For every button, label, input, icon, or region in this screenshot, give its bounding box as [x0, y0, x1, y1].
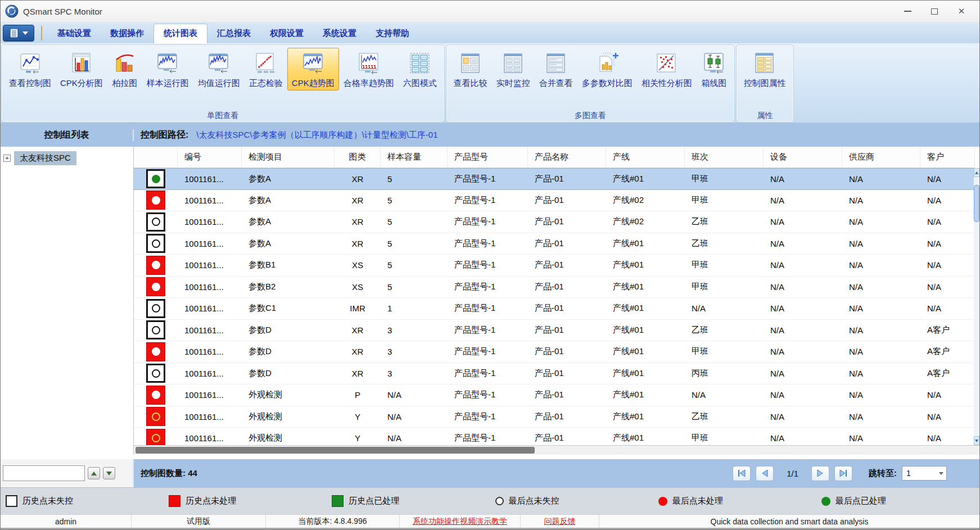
cell-chart-type: XR [335, 190, 381, 211]
cell-product-name: 产品-01 [528, 255, 606, 276]
status-dot-icon [152, 391, 160, 399]
video-tutorial-link[interactable]: 系统功能操作视频演示教学 [413, 517, 507, 527]
table-row[interactable]: 1001161... 参数C1 IMR 1 产品型号-1 产品-01 产线#01… [134, 298, 975, 320]
cell-product-model: 产品型号-1 [448, 233, 528, 255]
cell-sample-size: 5 [381, 169, 448, 189]
normality-icon [253, 51, 279, 76]
tool-cpk-trend-chart[interactable]: CPK趋势图 [287, 48, 339, 90]
tool-merge-view[interactable]: 合并查看 [535, 48, 577, 90]
menu-tab[interactable]: 权限设置 [260, 24, 313, 43]
menu-tab[interactable]: 基础设置 [48, 24, 101, 43]
compare-icon [458, 51, 484, 76]
tool-realtime-monitor[interactable]: 实时监控 [492, 48, 535, 90]
tool-normality-test[interactable]: 正态检验 [245, 48, 287, 90]
col-equipment[interactable]: 设备 [764, 147, 842, 167]
col-supplier[interactable]: 供应商 [842, 147, 920, 167]
chart-path-value[interactable]: \太友科技SPC\参考案例（以工序顺序构建）\计量型检测\工序-01 [196, 130, 437, 141]
close-button[interactable]: ✕ [948, 3, 975, 20]
next-page-button[interactable] [811, 466, 829, 481]
cell-sample-size: N/A [381, 428, 448, 445]
table-row[interactable]: 1001161... 外观检测 P N/A 产品型号-1 产品-01 产线#01… [134, 384, 975, 406]
table-row[interactable]: 1001161... 外观检测 Y N/A 产品型号-1 产品-01 产线#01… [134, 428, 975, 445]
table-row[interactable]: 1001161... 参数D XR 3 产品型号-1 产品-01 产线#01 丙… [134, 363, 975, 385]
col-number[interactable]: 编号 [178, 147, 242, 167]
col-sample-size[interactable]: 样本容量 [381, 147, 448, 167]
col-customer[interactable]: 客户 [920, 147, 975, 167]
main-menu-button[interactable] [3, 25, 34, 42]
menu-tab-bar: 基础设置 数据操作 统计图表 汇总报表 权限设置 系统设置 支持帮助 [1, 22, 979, 43]
prev-page-button[interactable] [756, 466, 774, 481]
status-icon [146, 386, 165, 405]
feedback-link[interactable]: 问题反馈 [544, 517, 576, 527]
col-product-model[interactable]: 产品型号 [448, 147, 528, 167]
table-row[interactable]: 1001161... 参数D XR 3 产品型号-1 产品-01 产线#01 乙… [134, 320, 975, 342]
menu-tab[interactable]: 汇总报表 [207, 24, 260, 43]
first-page-button[interactable] [733, 466, 751, 481]
pass-rate-icon [356, 51, 382, 76]
tool-correlation-analysis[interactable]: 相关性分析图 [637, 48, 697, 90]
search-up-button[interactable] [88, 467, 100, 479]
tool-pass-rate-trend-chart[interactable]: 合格率趋势图 [339, 48, 399, 90]
table-row[interactable]: 1001161... 参数B2 XS 5 产品型号-1 产品-01 产线#01 … [134, 277, 975, 298]
legend-marker-icon [658, 497, 667, 506]
col-product-name[interactable]: 产品名称 [528, 147, 606, 167]
cell-product-model: 产品型号-1 [448, 211, 528, 233]
menu-tab[interactable]: 支持帮助 [366, 24, 419, 43]
vertical-scrollbar[interactable] [974, 168, 979, 445]
tool-sample-run-chart[interactable]: 样本运行图 [142, 48, 193, 90]
last-page-button[interactable] [834, 466, 852, 481]
scroll-down-button[interactable] [974, 436, 979, 445]
search-down-button[interactable] [103, 467, 115, 479]
tool-cpk-analysis[interactable]: CPK分析图 [56, 48, 107, 90]
table-row[interactable]: 1001161... 参数A XR 5 产品型号-1 产品-01 产线#01 乙… [134, 233, 975, 255]
scroll-up-button[interactable] [974, 168, 979, 177]
table-row[interactable]: 1001161... 参数D XR 3 产品型号-1 产品-01 产线#01 甲… [134, 341, 975, 363]
cell-product-name: 产品-01 [528, 363, 606, 384]
tree-expander-icon[interactable]: + [3, 155, 11, 162]
legend-marker-icon [495, 497, 504, 505]
tree-node-label[interactable]: 太友科技SPC [14, 151, 76, 165]
table-row[interactable]: 1001161... 参数A XR 5 产品型号-1 产品-01 产线#01 甲… [134, 168, 975, 190]
tool-boxplot[interactable]: 箱线图 [697, 48, 731, 90]
vertical-scroll-thumb[interactable] [974, 185, 979, 222]
tool-multi-param-compare[interactable]: 多参数对比图 [577, 48, 637, 90]
tool-six-chart-mode[interactable]: 六图模式 [399, 48, 441, 90]
tool-view-compare[interactable]: 查看比较 [449, 48, 492, 90]
ribbon-toolbar: 查看控制图 CPK分析图 柏拉图 [1, 43, 979, 123]
tool-chart-properties[interactable]: 控制图属性 [739, 48, 791, 90]
col-chart-type[interactable]: 图类 [335, 147, 381, 167]
status-edition: 试用版 [132, 515, 266, 528]
maximize-button[interactable] [921, 3, 948, 20]
tree-search-input[interactable] [3, 465, 85, 481]
horizontal-scroll-thumb[interactable] [136, 447, 535, 454]
pareto-icon [112, 51, 138, 76]
status-dot-icon [152, 283, 160, 291]
tool-view-control-chart[interactable]: 查看控制图 [4, 48, 56, 90]
tree-node-root[interactable]: + 太友科技SPC [3, 151, 133, 165]
table-row[interactable]: 1001161... 参数A XR 5 产品型号-1 产品-01 产线#02 乙… [134, 211, 975, 233]
table-row[interactable]: 1001161... 外观检测 Y N/A 产品型号-1 产品-01 产线#01… [134, 406, 975, 428]
cell-equipment: N/A [764, 320, 842, 341]
horizontal-scrollbar[interactable] [134, 445, 980, 455]
table-row[interactable]: 1001161... 参数B1 XS 5 产品型号-1 产品-01 产线#01 … [134, 255, 975, 277]
col-test-item[interactable]: 检测项目 [242, 147, 335, 167]
col-status[interactable] [134, 147, 178, 167]
cell-equipment: N/A [764, 406, 842, 428]
table-row[interactable]: 1001161... 参数A XR 5 产品型号-1 产品-01 产线#02 甲… [134, 190, 975, 212]
menu-tab[interactable]: 数据操作 [101, 24, 153, 43]
control-chart-icon [17, 51, 43, 76]
tool-mean-run-chart[interactable]: 均值运行图 [193, 48, 245, 90]
col-production-line[interactable]: 产线 [606, 147, 685, 167]
combo-dropdown-button[interactable] [936, 466, 946, 480]
goto-page-select[interactable]: 1 [902, 466, 947, 481]
cell-test-item: 参数D [242, 320, 335, 341]
menu-tab[interactable]: 系统设置 [313, 24, 366, 43]
col-shift[interactable]: 班次 [685, 147, 764, 167]
last-page-icon [838, 469, 849, 478]
cell-customer: A客户 [920, 320, 975, 341]
menu-tab[interactable]: 统计图表 [153, 24, 207, 43]
control-chart-table: 编号 检测项目 图类 样本容量 产品型号 产品名称 产线 班次 设备 供应商 客… [134, 147, 979, 455]
minimize-button[interactable] [894, 3, 921, 20]
cell-product-name: 产品-01 [528, 341, 606, 363]
tool-pareto[interactable]: 柏拉图 [107, 48, 142, 90]
